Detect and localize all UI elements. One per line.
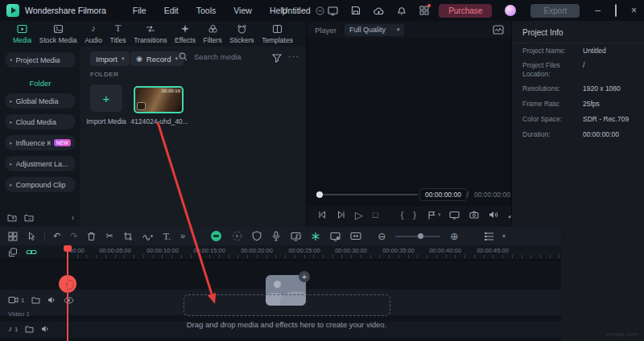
auto-ripple-link-icon[interactable] bbox=[26, 249, 37, 256]
split-scissors-icon[interactable]: ✂ bbox=[105, 232, 113, 240]
current-timecode[interactable]: 00:00:00:00 bbox=[419, 188, 467, 201]
playback-scrubber[interactable] bbox=[317, 194, 418, 195]
playhead-handle[interactable] bbox=[64, 245, 72, 252]
more-tools-icon[interactable]: » bbox=[180, 232, 185, 240]
snapshot-camera-icon[interactable] bbox=[469, 211, 479, 219]
fit-timeline-icon[interactable] bbox=[350, 232, 361, 240]
play-icon[interactable]: ▷ bbox=[355, 209, 363, 221]
purchase-button[interactable]: Purchase bbox=[439, 4, 492, 18]
zoom-slider-handle[interactable] bbox=[418, 233, 423, 239]
player-label: Player bbox=[315, 26, 336, 35]
clip-duration: 00:00:16 bbox=[162, 88, 180, 93]
stop-icon[interactable]: □ bbox=[373, 210, 378, 220]
tab-titles[interactable]: T Titles bbox=[110, 24, 126, 44]
import-dropdown[interactable]: Import ▾ bbox=[90, 51, 130, 66]
clip-name-label: 4124024-uhd_40... bbox=[127, 117, 192, 125]
sidebar-item-influence-kit[interactable]: ▸ Influence Kit NEW bbox=[5, 135, 76, 150]
video-preview[interactable] bbox=[307, 39, 512, 206]
timeline-dropzone[interactable] bbox=[184, 294, 390, 316]
volume-icon[interactable] bbox=[489, 211, 498, 219]
tab-effects[interactable]: Effects bbox=[175, 24, 196, 44]
filter-icon[interactable] bbox=[272, 54, 282, 63]
tab-filters[interactable]: Filters bbox=[204, 24, 222, 44]
sidebar-item-adjustment-layer[interactable]: ▸ Adjustment La... bbox=[5, 156, 76, 171]
media-browser-panel: Import ▾ ◉ Record ▾ ··· FOLDER + 00:00:1… bbox=[80, 47, 306, 227]
close-button[interactable]: × bbox=[631, 5, 637, 16]
undo-icon[interactable]: ↶ bbox=[53, 232, 60, 240]
import-media-tile[interactable]: + bbox=[90, 84, 122, 112]
media-clip-thumbnail[interactable]: 00:00:16 bbox=[134, 86, 184, 113]
smart-cutout-icon[interactable] bbox=[311, 232, 320, 241]
account-avatar[interactable] bbox=[505, 5, 516, 16]
cloud-upload-icon[interactable] bbox=[374, 6, 384, 15]
zoom-in-icon[interactable]: ⊕ bbox=[450, 232, 458, 241]
text-tool-icon[interactable]: T. bbox=[163, 232, 171, 241]
tab-stickers[interactable]: Stickers bbox=[229, 24, 254, 44]
copy-clip-icon[interactable] bbox=[8, 248, 18, 257]
menu-edit[interactable]: Edit bbox=[164, 6, 179, 15]
menu-tools[interactable]: Tools bbox=[196, 6, 217, 15]
add-media-plus-icon[interactable]: + bbox=[299, 271, 310, 282]
folder-tree-icon[interactable] bbox=[24, 213, 34, 222]
quality-dropdown[interactable]: Full Quality ▾ bbox=[345, 24, 405, 36]
more-options-icon[interactable]: ··· bbox=[288, 51, 299, 61]
folder-icon[interactable] bbox=[31, 296, 40, 304]
tab-media[interactable]: Media bbox=[13, 24, 31, 44]
export-button[interactable]: Export bbox=[530, 4, 580, 18]
menu-file[interactable]: File bbox=[133, 6, 147, 15]
mark-out-icon[interactable]: } bbox=[413, 210, 416, 220]
divider bbox=[44, 232, 45, 241]
track-manager-icon[interactable] bbox=[484, 232, 494, 241]
crop-icon[interactable] bbox=[123, 232, 133, 241]
minimize-button[interactable]: – bbox=[595, 5, 601, 16]
new-folder-icon[interactable] bbox=[7, 213, 17, 222]
tab-transitions[interactable]: Transitions bbox=[134, 24, 167, 44]
audio-mixer-icon[interactable] bbox=[291, 232, 301, 241]
timeline-zoom-slider[interactable] bbox=[395, 236, 440, 237]
previous-frame-icon[interactable] bbox=[318, 211, 327, 219]
search-input[interactable] bbox=[192, 51, 272, 62]
beat-detect-icon[interactable] bbox=[142, 232, 154, 240]
collapse-sidebar-icon[interactable]: ‹ bbox=[72, 213, 74, 222]
marker-flag-icon[interactable] bbox=[427, 211, 436, 220]
save-icon[interactable] bbox=[351, 6, 361, 15]
tab-stock-media[interactable]: Stock Media bbox=[39, 24, 77, 44]
visibility-eye-icon[interactable] bbox=[64, 297, 74, 304]
next-frame-icon[interactable] bbox=[336, 211, 345, 219]
ai-portrait-icon[interactable] bbox=[211, 231, 221, 241]
mark-in-icon[interactable]: { bbox=[401, 210, 404, 220]
tab-templates[interactable]: Templates bbox=[262, 24, 293, 44]
maximize-button[interactable] bbox=[615, 5, 617, 16]
voiceover-mic-icon[interactable] bbox=[271, 231, 281, 241]
chevron-down-icon[interactable]: ▾ bbox=[438, 212, 441, 218]
layout-grid-icon[interactable] bbox=[8, 232, 18, 241]
scrubber-handle[interactable] bbox=[316, 191, 323, 198]
mute-speaker-icon[interactable] bbox=[41, 325, 50, 333]
redo-icon[interactable]: ↷ bbox=[70, 232, 77, 240]
speed-ramp-icon[interactable] bbox=[232, 231, 242, 241]
apps-grid-icon[interactable] bbox=[419, 6, 429, 15]
record-dropdown[interactable]: ◉ Record ▾ bbox=[130, 51, 184, 66]
sidebar-item-global-media[interactable]: ▸ Global Media bbox=[5, 93, 76, 109]
chevron-down-icon[interactable]: ▾ bbox=[502, 233, 506, 240]
search-media-box[interactable] bbox=[179, 51, 272, 62]
select-tool-icon[interactable] bbox=[27, 232, 36, 241]
delete-icon[interactable] bbox=[87, 232, 96, 241]
timeline-ruler[interactable]: 00:00 00:00:05:00 00:00:10:00 00:00:15:0… bbox=[0, 245, 561, 260]
secondary-display-icon[interactable] bbox=[449, 211, 460, 220]
tab-audio[interactable]: ♪ Audio bbox=[85, 24, 102, 44]
mute-speaker-icon[interactable] bbox=[47, 296, 56, 304]
sidebar-item-folder-selected[interactable]: Folder bbox=[0, 79, 80, 88]
folder-icon[interactable] bbox=[25, 325, 34, 333]
mask-shield-icon[interactable] bbox=[252, 231, 262, 241]
menu-view[interactable]: View bbox=[233, 6, 252, 15]
screen-record-icon[interactable] bbox=[330, 232, 341, 241]
playhead-line[interactable] bbox=[67, 245, 68, 341]
scopes-icon[interactable] bbox=[493, 25, 504, 35]
notification-bell-icon[interactable] bbox=[397, 6, 407, 15]
sidebar-item-project-media[interactable]: ▾ Project Media bbox=[5, 52, 76, 68]
sidebar-item-compound-clip[interactable]: ▸ Compound Clip bbox=[5, 177, 76, 192]
workspace-layout-icon[interactable] bbox=[328, 6, 338, 15]
zoom-out-icon[interactable]: ⊖ bbox=[378, 232, 386, 241]
sidebar-item-cloud-media[interactable]: ▸ Cloud Media bbox=[5, 114, 76, 129]
